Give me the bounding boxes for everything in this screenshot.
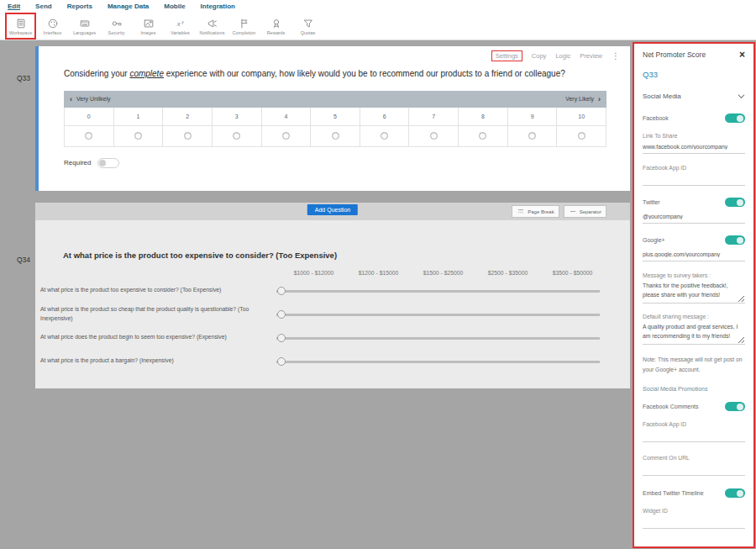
- scale-value: 4: [262, 108, 312, 126]
- nps-radio[interactable]: [85, 132, 92, 140]
- menu-reports[interactable]: Reports: [67, 3, 92, 10]
- link-to-share-input[interactable]: [643, 142, 745, 154]
- toolbar-item-workspace[interactable]: Workspace: [6, 13, 35, 39]
- price-slider[interactable]: [276, 334, 600, 342]
- facebook-label: Facebook: [643, 115, 669, 121]
- menu-edit[interactable]: Edit: [8, 3, 20, 10]
- separator-icon: [569, 208, 577, 215]
- logic-button[interactable]: Logic: [555, 52, 570, 60]
- question-text-after: experience with our company, how likely …: [164, 69, 565, 78]
- googleplus-link-input[interactable]: [643, 250, 745, 261]
- completion-icon: [239, 18, 250, 29]
- more-options-icon[interactable]: ⋮: [612, 51, 620, 61]
- settings-button[interactable]: Settings: [491, 50, 522, 61]
- toolbar-item-interface[interactable]: Interface: [38, 13, 67, 39]
- rewards-icon: [270, 18, 282, 29]
- nps-radio[interactable]: [233, 132, 240, 140]
- separator-button[interactable]: Separator: [564, 205, 606, 218]
- page-break-button[interactable]: Page Break: [512, 205, 559, 218]
- q34-row: At what price is the product a bargain? …: [35, 352, 630, 370]
- price-slider[interactable]: [276, 287, 600, 295]
- workspace-icon: [15, 18, 27, 29]
- toolbar-item-rewards[interactable]: Rewards: [261, 13, 291, 39]
- widget-id-input[interactable]: [643, 517, 745, 529]
- nps-radio[interactable]: [381, 132, 388, 140]
- comment-on-url-label: Comment On URL: [643, 455, 745, 461]
- q34-column-headers: $1000 - $12000 $1200 - $15000 $1500 - $2…: [281, 270, 605, 276]
- chevron-down-icon: [738, 93, 745, 99]
- googleplus-note: Note: This message will not get post on …: [643, 355, 745, 375]
- toolbar-item-security[interactable]: Security: [102, 13, 131, 39]
- menu-send[interactable]: Send: [35, 3, 52, 10]
- toolbar-item-variables[interactable]: xy Variables: [165, 13, 195, 39]
- facebook-app-id-2-input[interactable]: [643, 430, 745, 442]
- nps-radio[interactable]: [134, 132, 142, 140]
- price-slider[interactable]: [276, 357, 600, 366]
- embed-twitter-timeline-toggle[interactable]: [725, 488, 745, 498]
- scale-value: 5: [311, 108, 360, 126]
- nps-radio[interactable]: [578, 132, 585, 140]
- twitter-handle-input[interactable]: [643, 212, 745, 224]
- facebook-toggle-row: Facebook: [643, 113, 745, 123]
- slider-handle[interactable]: [277, 334, 286, 342]
- chevron-right-icon[interactable]: ›: [598, 95, 601, 103]
- nps-radio[interactable]: [184, 132, 192, 140]
- toolbar-item-quotas[interactable]: Quotas: [293, 13, 323, 39]
- widget-id-label: Widget ID: [643, 508, 745, 514]
- facebook-toggle[interactable]: [725, 113, 745, 123]
- q34-column: $2500 - $35000: [475, 270, 540, 276]
- menu-manage-data[interactable]: Manage Data: [108, 3, 149, 10]
- comment-on-url-input[interactable]: [643, 464, 745, 476]
- scale-value: 8: [459, 108, 508, 126]
- question-text: Considering your complete experience wit…: [64, 67, 575, 81]
- twitter-toggle[interactable]: [725, 198, 745, 207]
- menu-mobile[interactable]: Mobile: [164, 3, 185, 10]
- panel-title: Net Promoter Score: [643, 50, 706, 59]
- nps-radio[interactable]: [479, 132, 486, 140]
- facebook-app-id-input[interactable]: [643, 174, 745, 186]
- scale-value: 7: [409, 108, 459, 126]
- q34-card: At what price is the product too expensi…: [35, 220, 630, 388]
- copy-button[interactable]: Copy: [532, 52, 547, 60]
- facebook-app-id-2-label: Facebook App ID: [643, 421, 745, 427]
- nps-scale-values: 0 1 2 3 4 5 6 7 8 9 10: [64, 108, 606, 126]
- nps-radio[interactable]: [332, 132, 339, 140]
- preview-button[interactable]: Preview: [580, 52, 602, 60]
- slider-handle[interactable]: [277, 357, 286, 366]
- embed-twitter-timeline-toggle-row: Embed Twitter Timeline: [643, 488, 745, 498]
- message-to-survey-takers-input[interactable]: Thanks for the positive feedback!, pleas…: [643, 282, 745, 304]
- toolbar-item-languages[interactable]: Languages: [70, 13, 99, 39]
- interface-icon: [47, 18, 59, 29]
- default-sharing-message-input[interactable]: A quality product and great services, I …: [643, 323, 745, 345]
- nps-radio[interactable]: [282, 132, 290, 140]
- q33-card: Settings Copy Logic Preview ⋮ Considerin…: [35, 46, 630, 191]
- menu-integration[interactable]: Integration: [201, 3, 235, 10]
- facebook-comments-toggle[interactable]: [725, 402, 745, 411]
- nps-radio[interactable]: [430, 132, 438, 140]
- q34-column: $1000 - $12000: [281, 270, 346, 276]
- nps-radio[interactable]: [528, 132, 536, 140]
- default-sharing-message-label: Default sharing message :: [643, 314, 745, 319]
- languages-icon: [79, 18, 91, 29]
- q34-column: $3500 - $50000: [540, 270, 605, 276]
- slider-handle[interactable]: [277, 287, 286, 295]
- q34-row: At what price is the product too expensi…: [35, 282, 630, 299]
- add-question-button[interactable]: Add Question: [307, 204, 358, 215]
- link-to-share-label: Link To Share: [643, 133, 745, 139]
- toolbar-item-images[interactable]: Images: [134, 13, 163, 39]
- scale-value: 10: [557, 108, 606, 126]
- slider-handle[interactable]: [277, 310, 286, 319]
- price-slider[interactable]: [276, 310, 600, 319]
- required-toggle[interactable]: [97, 158, 119, 168]
- social-media-section-header[interactable]: Social Media: [643, 92, 745, 100]
- googleplus-toggle[interactable]: [725, 235, 745, 245]
- toolbar-item-notifications[interactable]: Notifications: [197, 13, 227, 39]
- chevron-left-icon[interactable]: ‹: [70, 95, 72, 103]
- close-icon[interactable]: ×: [739, 50, 745, 59]
- variables-icon: xy: [175, 18, 186, 29]
- toolbar-item-completion[interactable]: Completion: [229, 13, 259, 39]
- embed-twitter-timeline-label: Embed Twitter Timeline: [643, 490, 704, 496]
- q34-row: At what price is the product so cheap th…: [35, 305, 630, 323]
- q34-column: $1200 - $15000: [346, 270, 411, 276]
- required-label: Required: [64, 159, 91, 166]
